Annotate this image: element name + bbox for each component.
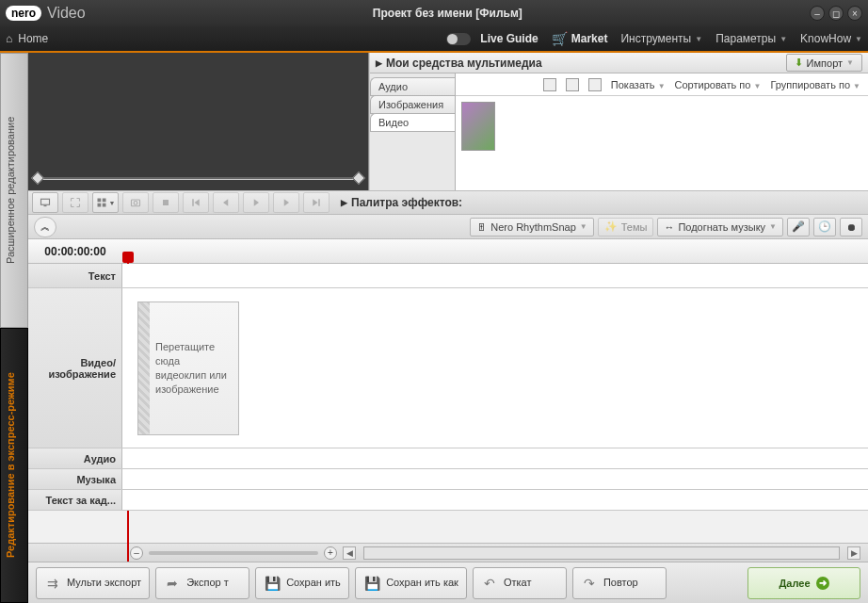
media-tab-audio[interactable]: Аудио [370,77,455,96]
nero-logo: nero [6,6,41,21]
home-label: Home [18,32,48,45]
stop-button[interactable] [153,192,179,213]
zoom-slider[interactable] [149,551,318,555]
tab-advanced-edit[interactable]: Расширенное редактирование [0,53,28,328]
chevron-down-icon: ▼ [780,35,787,43]
grip-icon [138,302,150,434]
zoom-in-button[interactable]: + [324,546,337,560]
expand-chevron[interactable]: ︽ [34,217,56,237]
save-as-button[interactable]: 💾 Сохран ить как [355,567,467,599]
track-lane-video[interactable]: Перетащите сюда видеоклип или изображени… [122,288,868,448]
live-guide-toggle[interactable]: Live Guide [446,32,538,45]
media-tab-video[interactable]: Видео [370,113,455,132]
step-back-button[interactable] [213,192,239,213]
rhythmsnap-button[interactable]: 🎚 Nero RhythmSnap ▼ [470,218,593,236]
menubar: ⌂ Home Live Guide 🛒 Market Инструменты▼ … [0,26,868,51]
svg-rect-5 [102,204,105,207]
chevron-down-icon: ▼ [658,82,666,90]
menu-params[interactable]: Параметры▼ [715,32,787,45]
svg-rect-8 [163,200,169,205]
home-button[interactable]: ⌂ Home [6,32,48,45]
menu-tools[interactable]: Инструменты▼ [620,32,702,45]
drop-hint[interactable]: Перетащите сюда видеоклип или изображени… [137,302,239,435]
menu-params-label: Параметры [715,32,776,45]
import-button[interactable]: ⬇ Импорт ▼ [786,54,862,72]
view-details-icon[interactable] [588,78,602,91]
fullscreen-button[interactable] [62,192,88,213]
hscroll-right[interactable]: ▶ [847,546,860,560]
sort-dropdown[interactable]: Сортировать по ▼ [675,79,762,90]
play-button[interactable] [243,192,269,213]
themes-button[interactable]: ✨ Темы [598,218,654,236]
preview-slider[interactable] [38,171,359,185]
next-button[interactable]: Далее ➜ [747,567,860,599]
maximize-button[interactable]: ◻ [828,6,844,21]
svg-rect-1 [44,205,47,206]
import-label: Импорт [807,57,843,69]
undo-button[interactable]: ↶ Откат [473,567,567,599]
chevron-down-icon: ▼ [769,222,777,231]
chevron-down-icon: ▼ [846,58,854,67]
svg-marker-10 [195,199,200,206]
effects-label: ▶ Палитра эффектов: [341,196,462,209]
caret-right-icon: ▶ [376,58,382,68]
fit-music-label: Подогнать музыку [678,221,765,233]
multi-export-button[interactable]: ⇉ Мульти экспорт [36,567,150,599]
wand-icon: ✨ [604,220,618,233]
layout-button[interactable]: ▼ [92,192,119,213]
prev-frame-button[interactable] [183,192,209,213]
home-icon: ⌂ [6,32,12,45]
clock-button[interactable]: 🕒 [813,218,836,236]
redo-button[interactable]: ↷ Повтор [572,567,667,599]
drop-hint-text: Перетащите сюда видеоклип или изображени… [150,334,238,401]
step-forward-button[interactable] [273,192,299,213]
track-lane-text[interactable] [122,264,868,287]
track-lane-music[interactable] [122,469,868,489]
tab-express-edit[interactable]: Редактирование в экспресс-режиме [0,328,28,603]
svg-marker-12 [254,199,259,206]
svg-rect-9 [192,199,194,206]
menu-knowhow[interactable]: KnowHow▼ [800,32,862,45]
svg-rect-2 [97,199,101,203]
next-frame-button[interactable] [303,192,330,213]
snapshot-button[interactable] [122,192,149,213]
slider-knob-left[interactable] [31,171,44,185]
save-label: Сохран ить [286,577,341,588]
track-label-audio: Аудио [28,448,122,468]
media-thumbnail[interactable] [461,102,495,151]
group-dropdown[interactable]: Группировать по ▼ [770,79,860,90]
close-button[interactable]: × [847,6,862,21]
toolbar-secondary: ︽ 🎚 Nero RhythmSnap ▼ ✨ Темы ↔ Подогнать… [28,215,868,239]
undo-icon: ↶ [481,575,498,592]
view-list-icon[interactable] [566,78,579,91]
hscroll-track[interactable] [363,546,840,560]
track-lane-audio[interactable] [122,448,868,468]
track-label-caption: Текст за кад... [28,490,122,510]
record-button[interactable]: ⏺ [840,218,862,236]
svg-rect-3 [102,199,105,203]
microphone-button[interactable]: 🎤 [787,218,810,236]
microphone-icon: 🎤 [792,220,805,233]
view-grid-icon[interactable] [543,78,556,91]
minimize-button[interactable]: – [810,6,825,21]
market-button[interactable]: 🛒 Market [552,31,608,46]
slider-knob-right[interactable] [352,171,365,185]
hscroll-left[interactable]: ◀ [343,546,356,560]
redo-label: Повтор [603,577,638,588]
track-lane-caption[interactable] [122,490,868,510]
save-button[interactable]: 💾 Сохран ить [255,567,349,599]
svg-marker-13 [284,199,289,206]
media-tab-images[interactable]: Изображения [370,95,455,114]
export-button[interactable]: ➦ Экспор т [155,567,249,599]
show-dropdown[interactable]: Показать ▼ [611,79,666,90]
zoom-row: – + ◀ ▶ [28,543,868,562]
save-as-icon: 💾 [363,575,380,592]
multi-export-icon: ⇉ [44,575,61,592]
slider-track[interactable] [38,177,359,180]
track-label-video: Видео/ изображение [28,288,122,448]
fit-music-button[interactable]: ↔ Подогнать музыку ▼ [657,218,783,236]
zoom-out-button[interactable]: – [130,546,143,560]
monitor-button[interactable] [32,192,58,213]
chevron-down-icon: ▼ [580,222,587,231]
menu-tools-label: Инструменты [620,32,691,45]
